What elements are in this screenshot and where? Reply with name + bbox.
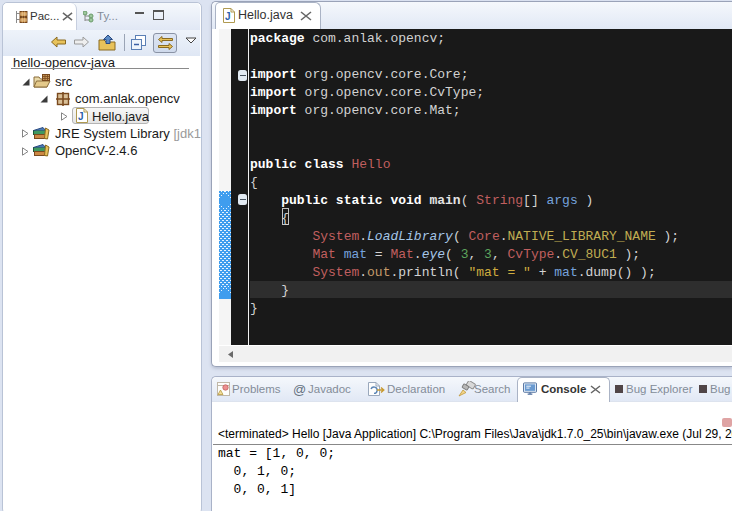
- svg-text:J: J: [78, 111, 84, 122]
- svg-text:J: J: [225, 11, 231, 22]
